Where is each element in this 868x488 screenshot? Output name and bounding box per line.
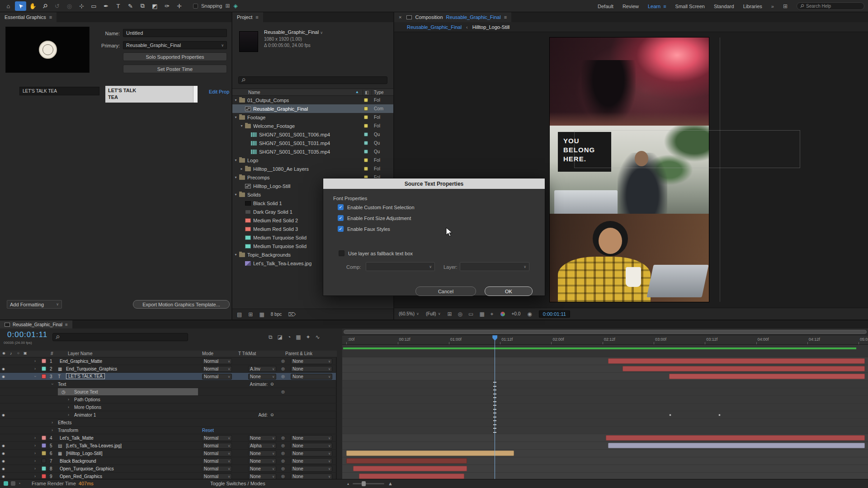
timeline-layer-row[interactable]: ›1End_Graphics_MatteNormal∨◎None∨ (0, 357, 868, 365)
timeline-layer-row[interactable]: ◉›8Open_Turquoise_GraphicsNormal∨None∨◎N… (0, 465, 868, 473)
panel-menu-icon[interactable]: ≡ (65, 322, 68, 327)
template-name-input[interactable]: Untitled (123, 29, 227, 37)
twirl-icon[interactable]: ▾ (233, 98, 238, 102)
timeline-property-row[interactable]: ◉›Animator 1Add:⊙ (0, 411, 868, 419)
fallback-checkbox-row[interactable]: Use layer as fallback text box (339, 250, 413, 257)
trkmat-dropdown[interactable]: None∨ (248, 374, 276, 380)
ok-button[interactable]: OK (485, 286, 533, 296)
timeline-layer-row[interactable]: ›4Let's_Talk_MatteNormal∨None∨◎None∨ (0, 434, 868, 442)
zoom-out-mountain-icon[interactable]: ▴ (347, 482, 349, 486)
property-expand-chevron[interactable]: › (52, 427, 53, 434)
layer-expand-chevron[interactable]: › (34, 457, 36, 465)
status-flow-icon[interactable]: ◔ (18, 481, 20, 486)
checkbox[interactable]: ✓ (338, 215, 344, 221)
timeline-property-row[interactable]: ›TransformReset (0, 427, 868, 434)
parent-dropdown[interactable]: None∨ (291, 366, 332, 372)
type-tool[interactable]: T (113, 1, 124, 11)
timeline-layer-row[interactable]: ◉›7Black BackgroundNormal∨None∨◎None∨ (0, 457, 868, 465)
project-item[interactable]: ▸Hilltop__1080_Ae LayersFol (232, 164, 393, 173)
label-color-chip[interactable] (364, 98, 368, 102)
label-color-chip[interactable] (364, 150, 368, 154)
graph-editor-icon[interactable]: ∿ (316, 334, 320, 340)
label-color-chip[interactable] (42, 374, 46, 379)
comp-tab[interactable]: × Composition Reusable_Graphic_Final ≡ (394, 12, 511, 22)
current-timecode[interactable]: 0:00:01:11 (7, 330, 47, 339)
status-chip-icon[interactable] (11, 481, 15, 486)
mode-dropdown[interactable]: Normal∨ (202, 443, 232, 449)
layer-duration-bar[interactable] (608, 443, 865, 448)
checkbox[interactable]: ✓ (338, 204, 344, 210)
eye-toggle[interactable]: ◉ (2, 465, 5, 472)
panel-menu-icon[interactable]: ≡ (49, 14, 52, 20)
property-expand-chevron[interactable]: › (68, 396, 69, 403)
pickwhip-icon[interactable]: ◎ (281, 473, 285, 479)
orbit-camera-tool[interactable]: ↺ (52, 1, 63, 11)
mode-dropdown[interactable]: Normal∨ (202, 466, 232, 472)
primary-comp-dropdown[interactable]: Reusable_Graphic_Final ∨ (123, 41, 227, 49)
edit-properties-link[interactable]: Edit Prop (209, 89, 229, 94)
channel-icon[interactable] (500, 312, 505, 316)
cancel-button[interactable]: Cancel (415, 286, 476, 296)
label-color-chip[interactable] (364, 141, 368, 145)
choose-grid-icon[interactable]: ⊞ (448, 311, 452, 317)
label-color-chip[interactable] (42, 366, 46, 371)
label-color-chip[interactable] (364, 158, 368, 162)
help-search-input[interactable] (806, 4, 857, 9)
toggle-switches-modes-button[interactable]: Toggle Switches / Modes (210, 481, 265, 486)
keyframe-dot[interactable] (669, 414, 671, 416)
workspace-grid-icon[interactable]: ⊞ (783, 3, 788, 9)
layer-expand-chevron[interactable]: › (32, 376, 39, 377)
workspace-review[interactable]: Review (623, 4, 639, 9)
eye-toggle[interactable]: ◉ (2, 373, 5, 380)
pen-tool[interactable]: ✒ (100, 1, 112, 11)
trkmat-dropdown[interactable]: None∨ (248, 435, 276, 441)
timeline-layer-row[interactable]: ◉›2▦End_Turquoise_GraphicsNormal∨A.Inv∨◎… (0, 365, 868, 373)
timeline-property-row[interactable]: ›Effects (0, 419, 868, 427)
layer-duration-bar[interactable] (669, 374, 865, 379)
column-layer-name[interactable]: Layer Name (68, 351, 92, 356)
motion-blur-icon[interactable]: ✦ (306, 334, 311, 340)
home-tool[interactable]: ⌂ (3, 1, 14, 11)
chevron-down-icon[interactable]: ∨ (320, 31, 323, 35)
eye-toggle[interactable]: ◉ (2, 442, 5, 449)
eye-toggle[interactable]: ◉ (2, 450, 5, 457)
timeline-layer-row[interactable]: ◉›9Open_Red_GraphicsNormal∨None∨◎None∨ (0, 473, 868, 479)
frame-blending-icon[interactable]: ▦ (296, 334, 301, 340)
mode-dropdown[interactable]: Normal∨ (202, 435, 232, 441)
snapshot-camera-icon[interactable]: ◉ (527, 311, 532, 317)
project-item[interactable]: ▾LogoFol (232, 156, 393, 164)
timeline-tab[interactable]: Reusable_Graphic_Final ≡ (0, 320, 72, 328)
column-type[interactable]: Type (374, 90, 384, 95)
dialog-checkbox-row[interactable]: ✓Enable Faux Styles (338, 225, 415, 232)
twirl-icon[interactable]: ▾ (233, 115, 238, 119)
layer-duration-bar[interactable] (623, 366, 865, 371)
project-item[interactable]: ▾01_Output_CompsFol (232, 96, 393, 104)
timeline-property-row[interactable]: ›TextAnimate:⊙ (0, 380, 868, 388)
property-expand-chevron[interactable]: › (68, 411, 69, 418)
project-search-box[interactable]: ⚲ (238, 76, 387, 84)
layer-expand-chevron[interactable]: › (34, 434, 36, 441)
new-folder-icon[interactable]: ⊞ (248, 311, 253, 318)
keyframe-dot[interactable] (718, 414, 721, 416)
pickwhip-icon[interactable]: ◎ (281, 373, 285, 380)
layer-expand-chevron[interactable]: › (34, 473, 36, 479)
camera-wireframe-icon[interactable]: ⌖ (491, 311, 494, 317)
clone-stamp-tool[interactable]: ⧉ (137, 1, 148, 11)
timeline-property-row[interactable]: ›Path Options (0, 396, 868, 404)
interpret-footage-icon[interactable]: ▤ (237, 311, 242, 318)
twirl-icon[interactable]: ▾ (233, 158, 238, 162)
property-name[interactable]: More Options (74, 404, 101, 411)
panel-menu-icon[interactable]: ≡ (504, 14, 507, 20)
snap-edges-icon[interactable]: ⊞ (226, 3, 230, 9)
eye-toggle[interactable]: ◉ (2, 473, 5, 479)
workspace-learn[interactable]: Learn (648, 4, 660, 9)
set-poster-time-button[interactable]: Set Poster Time (123, 65, 227, 73)
eg-tab[interactable]: Essential Graphics ≡ (0, 12, 57, 22)
label-color-chip[interactable] (42, 459, 46, 463)
layer-expand-chevron[interactable]: › (34, 442, 36, 449)
help-search-box[interactable]: ⚲ (797, 2, 864, 10)
snap-features-icon[interactable]: ◈ (234, 3, 238, 9)
pan-behind-tool[interactable]: ⊹ (76, 1, 87, 11)
project-item[interactable]: SHGN7_S001_S001_T006.mp4Qu (232, 130, 393, 139)
property-name[interactable]: Path Options (74, 396, 100, 403)
